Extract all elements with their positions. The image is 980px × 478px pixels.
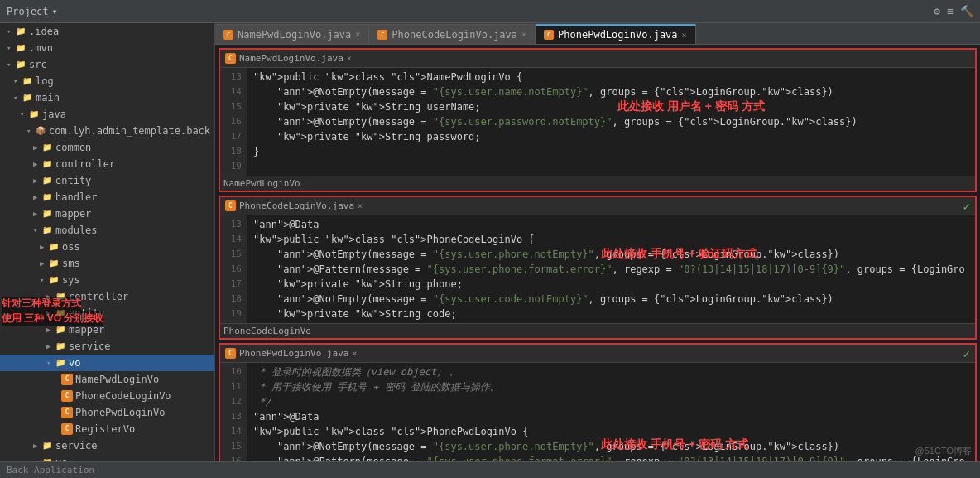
code-line: "ann">@NotEmpty(message = "{sys.user.cod…: [253, 292, 968, 307]
line-number: 19: [220, 159, 242, 174]
sidebar-item-label: entity: [69, 307, 104, 319]
tree-arrow: ▾: [20, 110, 28, 118]
code-panels[interactable]: CNamePwdLoginVo.java×13141516171819"kw">…: [215, 45, 980, 461]
code-line: "ann">@NotEmpty(message = "{sys.user.pho…: [253, 247, 968, 262]
code-panel-panel2: CPhoneCodeLoginVo.java×✓13141516171819"a…: [219, 196, 977, 340]
code-line: * 登录时的视图数据类（view object），: [253, 365, 968, 379]
folder-icon: 📁: [48, 274, 60, 286]
code-area: CNamePwdLoginVo.java×CPhoneCodeLoginVo.j…: [215, 23, 980, 461]
line-number: 18: [220, 292, 242, 307]
code-content: 10111213141516171819 * 登录时的视图数据类（view ob…: [220, 363, 975, 461]
tab-close-button[interactable]: ×: [355, 30, 360, 39]
tree-arrow: ▶: [33, 143, 41, 152]
line-number: 17: [220, 129, 242, 144]
line-number: 16: [220, 454, 242, 461]
code-line: "ann">@NotEmpty(message = "{sys.user.pas…: [253, 114, 968, 129]
sidebar-item-modules[interactable]: ▾📁modules: [0, 222, 214, 239]
line-number: 15: [220, 439, 242, 454]
sidebar-item-label: oss: [62, 241, 80, 253]
sidebar-item-label: .idea: [29, 26, 59, 37]
tab-close-button[interactable]: ×: [682, 31, 687, 40]
tab-close-button[interactable]: ×: [521, 30, 526, 39]
code-content: 13141516171819"ann">@Data"kw">public "kw…: [220, 215, 975, 323]
code-panel-header: CNamePwdLoginVo.java×: [220, 50, 975, 68]
tab-label: PhonePwdLoginVo.java: [558, 29, 678, 41]
code-lines[interactable]: "kw">public "kw">class "cls">NamePwdLogi…: [247, 68, 975, 176]
sidebar-item-service[interactable]: ▶📁service: [0, 338, 214, 355]
tab-PhonePwdLoginVo-java[interactable]: CPhonePwdLoginVo.java×: [536, 24, 696, 44]
line-numbers: 10111213141516171819: [220, 363, 247, 461]
code-line: "ann">@Data: [253, 217, 968, 232]
project-menu[interactable]: Project ▾: [7, 6, 58, 17]
code-lines[interactable]: "ann">@Data"kw">public "kw">class "cls">…: [247, 215, 975, 323]
sidebar-item-controller[interactable]: ▶📁controller: [0, 156, 214, 172]
sidebar-item-label: mapper: [55, 208, 91, 220]
sidebar-item-com-lyh-admin-template-back[interactable]: ▾📦com.lyh.admin_template.back: [0, 123, 214, 139]
line-number: 13: [220, 217, 242, 232]
sidebar-item--mvn[interactable]: ▾📁.mvn: [0, 40, 214, 56]
sidebar-item-PhonePwdLoginVo[interactable]: CPhonePwdLoginVo: [0, 404, 214, 421]
code-line: * 用于接收使用 手机号 + 密码 登陆的数据与操作。: [253, 379, 968, 394]
sidebar-item-vo[interactable]: ▶📁vo: [0, 454, 214, 461]
sidebar-item-oss[interactable]: ▶📁oss: [0, 239, 214, 255]
sidebar-item-entity[interactable]: ▶📁entity: [0, 172, 214, 189]
panel-close-button[interactable]: ×: [352, 349, 357, 358]
settings-icon[interactable]: ⚙: [934, 5, 940, 17]
sidebar-item-sys[interactable]: ▾📁sys: [0, 272, 214, 288]
sidebar-item-label: common: [55, 142, 91, 153]
panel-close-button[interactable]: ×: [358, 201, 363, 210]
tree-arrow: ▶: [40, 259, 48, 268]
sidebar-item-java[interactable]: ▾📁java: [0, 106, 214, 123]
tree-arrow: ▶: [46, 342, 55, 350]
sidebar-item-entity[interactable]: ▶📁entity: [0, 305, 214, 321]
code-lines[interactable]: * 登录时的视图数据类（view object）， * 用于接收使用 手机号 +…: [247, 363, 975, 461]
tree-arrow: ▶: [46, 326, 55, 334]
tree-arrow: ▾: [7, 27, 15, 36]
code-panel-header: CPhonePwdLoginVo.java×✓: [220, 345, 975, 363]
sidebar-item-handler[interactable]: ▶📁handler: [0, 189, 214, 205]
sidebar-item-mapper[interactable]: ▶📁mapper: [0, 205, 214, 222]
sidebar-item-controller[interactable]: ▶📁controller: [0, 288, 214, 305]
panel-tab-label: NamePwdLoginVo.java: [239, 53, 343, 64]
tab-NamePwdLoginVo-java[interactable]: CNamePwdLoginVo.java×: [215, 24, 369, 44]
sidebar-item--idea[interactable]: ▾📁.idea: [0, 23, 214, 40]
sidebar-item-vo[interactable]: ▾📁vo: [0, 355, 214, 371]
topbar-icons: ⚙ ≡ 🔨: [934, 5, 973, 17]
folder-icon: 📁: [41, 142, 53, 153]
code-line: "kw">private "kw">String phone;: [253, 277, 968, 292]
sidebar-item-sms[interactable]: ▶📁sms: [0, 255, 214, 272]
sidebar-item-service[interactable]: ▶📁service: [0, 437, 214, 454]
sidebar-item-label: vo: [55, 456, 67, 461]
tree-arrow: ▾: [26, 127, 35, 135]
tab-label: NamePwdLoginVo.java: [238, 29, 351, 41]
code-content: 13141516171819"kw">public "kw">class "cl…: [220, 68, 975, 176]
sidebar-item-mapper[interactable]: ▶📁mapper: [0, 321, 214, 338]
build-icon[interactable]: 🔨: [960, 5, 973, 17]
panel-footer-label: PhoneCodeLoginVo: [220, 323, 975, 338]
tree-arrow: ▶: [33, 160, 41, 168]
folder-icon: 📁: [55, 307, 66, 319]
sidebar-item-src[interactable]: ▾📁src: [0, 56, 214, 73]
sidebar-item-PhoneCodeLoginVo[interactable]: CPhoneCodeLoginVo: [0, 388, 214, 404]
project-label: Project: [7, 6, 49, 17]
sidebar-item-RegisterVo[interactable]: CRegisterVo: [0, 421, 214, 437]
code-panel-header: CPhoneCodeLoginVo.java×✓: [220, 197, 975, 215]
code-line: "ann">@Data: [253, 409, 968, 424]
folder-icon: 📁: [48, 241, 60, 253]
sidebar-item-NamePwdLoginVo[interactable]: CNamePwdLoginVo: [0, 371, 214, 388]
menu-icon[interactable]: ≡: [947, 5, 954, 17]
line-number: 14: [220, 424, 242, 439]
tree-arrow: ▶: [40, 243, 48, 251]
tab-PhoneCodeLoginVo-java[interactable]: CPhoneCodeLoginVo.java×: [369, 24, 536, 44]
line-number: 14: [220, 232, 242, 247]
back-application-label: Back Application: [7, 465, 94, 476]
folder-icon: 📁: [15, 59, 26, 70]
tree-arrow: ▾: [46, 359, 55, 367]
sidebar-item-label: main: [36, 92, 60, 104]
sidebar-item-log[interactable]: ▾📁log: [0, 73, 214, 89]
panel-close-button[interactable]: ×: [347, 54, 352, 63]
sidebar-item-main[interactable]: ▾📁main: [0, 89, 214, 106]
line-number: 15: [220, 247, 242, 262]
tree-arrow: ▶: [33, 193, 41, 201]
sidebar-item-common[interactable]: ▶📁common: [0, 139, 214, 156]
